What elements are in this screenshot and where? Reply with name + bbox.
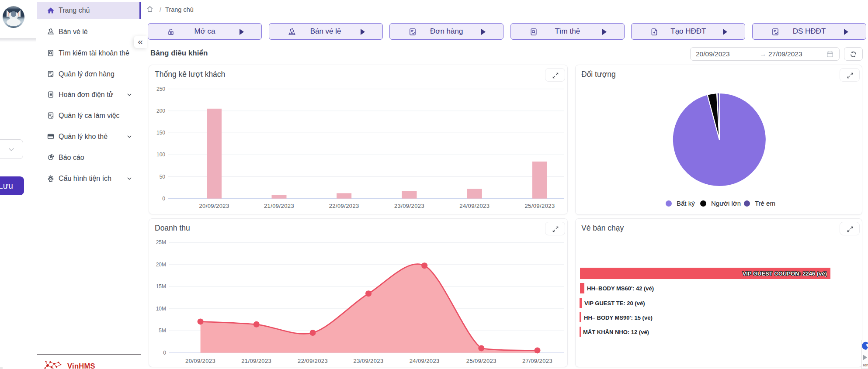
svg-text:20/09/2023: 20/09/2023	[185, 358, 215, 364]
svg-text:25/09/2023: 25/09/2023	[466, 358, 496, 364]
svg-text:20/09/2023: 20/09/2023	[199, 203, 229, 209]
svg-text:22/09/2023: 22/09/2023	[298, 358, 328, 364]
svg-text:24/09/2023: 24/09/2023	[459, 203, 490, 209]
svg-text:21/09/2023: 21/09/2023	[241, 358, 271, 364]
svg-text:23/09/2023: 23/09/2023	[354, 358, 384, 364]
svg-text:25M: 25M	[156, 239, 166, 245]
svg-text:20M: 20M	[156, 262, 166, 268]
svg-text:0: 0	[162, 196, 165, 202]
svg-text:50: 50	[160, 174, 166, 180]
svg-text:100: 100	[156, 152, 165, 158]
svg-text:Ten: Ten	[862, 363, 868, 367]
svg-text:5M: 5M	[159, 328, 166, 334]
svg-text:23/09/2023: 23/09/2023	[394, 203, 424, 209]
svg-text:200: 200	[156, 108, 165, 114]
svg-text:15M: 15M	[156, 283, 166, 290]
svg-text:24/09/2023: 24/09/2023	[410, 358, 440, 364]
svg-text:10M: 10M	[156, 306, 166, 312]
svg-text:0: 0	[163, 350, 166, 356]
svg-text:150: 150	[156, 130, 165, 136]
svg-text:250: 250	[156, 86, 165, 92]
svg-text:22/09/2023: 22/09/2023	[329, 203, 359, 209]
svg-text:25/09/2023: 25/09/2023	[524, 203, 555, 209]
svg-text:21/09/2023: 21/09/2023	[264, 203, 294, 209]
svg-text:27/09/2023: 27/09/2023	[522, 358, 552, 364]
